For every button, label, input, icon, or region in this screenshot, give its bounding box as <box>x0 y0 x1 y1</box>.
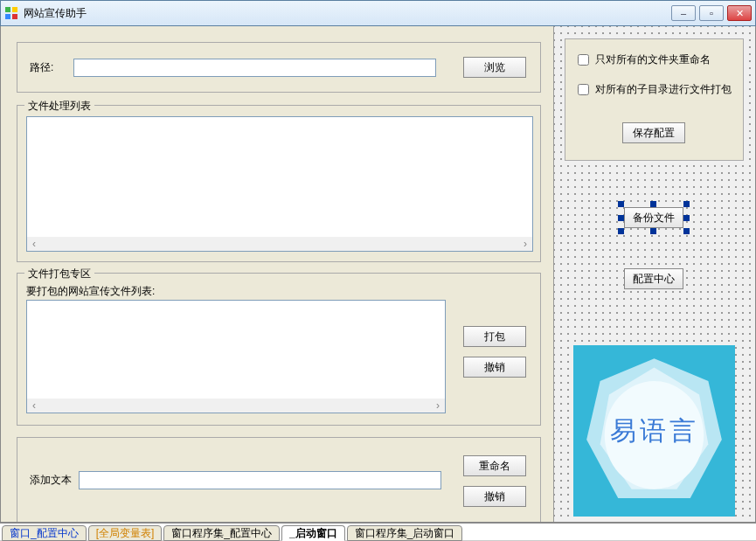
addtext-input[interactable] <box>79 471 441 489</box>
svg-rect-3 <box>12 14 17 19</box>
pack-group: 文件打包专区 要打包的网站宣传文件列表: ‹› 打包 撤销 <box>17 273 541 426</box>
app-window: 网站宣传助手 – ▫ ✕ 路径: 浏览 文件处理列表 ‹› 文件打包专区 <box>0 0 756 541</box>
scroll-left-icon[interactable]: ‹ <box>27 237 41 251</box>
window-title: 网站宣传助手 <box>24 6 671 21</box>
logo-text: 易语言 <box>573 413 735 449</box>
pack-button[interactable]: 打包 <box>463 326 526 347</box>
options-panel: 只对所有的文件夹重命名 对所有的子目录进行文件打包 保存配置 <box>565 38 744 161</box>
app-icon <box>4 6 18 20</box>
side-panel: 只对所有的文件夹重命名 对所有的子目录进行文件打包 保存配置 备份文件 配置中心 <box>553 26 755 522</box>
chk-rename-folders[interactable]: 只对所有的文件夹重命名 <box>574 52 711 68</box>
addtext-group: 添加文本 重命名 撤销 <box>17 437 541 522</box>
selection-handle[interactable] <box>683 201 690 207</box>
form-designer-canvas: 路径: 浏览 文件处理列表 ‹› 文件打包专区 要打包的网站宣传文件列表: ‹›… <box>1 26 553 522</box>
checkbox-icon[interactable] <box>578 84 589 95</box>
selection-handle[interactable] <box>650 228 656 234</box>
chk-rename-folders-label: 只对所有的文件夹重命名 <box>595 52 711 67</box>
svg-rect-1 <box>12 7 17 12</box>
pack-textarea[interactable] <box>26 300 446 413</box>
scroll-right-icon[interactable]: › <box>431 399 445 413</box>
path-label: 路径: <box>30 60 53 75</box>
bottom-tabs: 窗口_配置中心 [全局变量表] 窗口程序集_配置中心 _启动窗口 窗口程序集_启… <box>0 523 756 540</box>
selection-handle[interactable] <box>683 228 690 234</box>
scroll-right-icon[interactable]: › <box>518 237 532 251</box>
file-list-legend: 文件处理列表 <box>24 99 94 114</box>
chk-pack-subdirs-label: 对所有的子目录进行文件打包 <box>595 82 732 97</box>
client-area: 路径: 浏览 文件处理列表 ‹› 文件打包专区 要打包的网站宣传文件列表: ‹›… <box>0 26 756 523</box>
addtext-label: 添加文本 <box>30 473 72 488</box>
selection-handle[interactable] <box>618 228 624 234</box>
maximize-button[interactable]: ▫ <box>699 5 724 21</box>
svg-rect-0 <box>5 7 10 12</box>
tab-procset-config[interactable]: 窗口程序集_配置中心 <box>163 525 280 541</box>
path-group: 路径: 浏览 <box>17 42 541 93</box>
selection-handle[interactable] <box>650 201 656 207</box>
svg-rect-2 <box>5 14 10 19</box>
pack-legend: 文件打包专区 <box>24 267 94 281</box>
file-list-group: 文件处理列表 ‹› <box>17 105 541 262</box>
selection-handle[interactable] <box>618 215 624 221</box>
minimize-button[interactable]: – <box>671 5 696 21</box>
horizontal-scrollbar[interactable]: ‹› <box>27 237 532 251</box>
tab-startup-window[interactable]: _启动窗口 <box>281 525 345 541</box>
tab-window-config[interactable]: 窗口_配置中心 <box>2 525 87 541</box>
addtext-undo-button[interactable]: 撤销 <box>463 486 526 507</box>
browse-button[interactable]: 浏览 <box>463 57 526 78</box>
checkbox-icon[interactable] <box>578 54 589 66</box>
scroll-left-icon[interactable]: ‹ <box>27 399 41 413</box>
file-list-textarea[interactable] <box>26 116 533 252</box>
tab-global-vars[interactable]: [全局变量表] <box>88 525 163 541</box>
selection-handle[interactable] <box>683 215 690 221</box>
selection-handle[interactable] <box>618 201 624 207</box>
save-config-button[interactable]: 保存配置 <box>622 122 685 143</box>
window-controls: – ▫ ✕ <box>671 5 752 21</box>
logo-image: 易语言 <box>573 345 735 517</box>
titlebar[interactable]: 网站宣传助手 – ▫ ✕ <box>0 0 756 26</box>
rename-button[interactable]: 重命名 <box>463 455 526 476</box>
pack-undo-button[interactable]: 撤销 <box>463 357 526 378</box>
config-center-button[interactable]: 配置中心 <box>624 268 683 289</box>
tab-procset-startup[interactable]: 窗口程序集_启动窗口 <box>347 525 463 541</box>
backup-button[interactable]: 备份文件 <box>624 207 683 228</box>
chk-pack-subdirs[interactable]: 对所有的子目录进行文件打包 <box>574 81 732 98</box>
path-input[interactable] <box>73 59 436 77</box>
close-button[interactable]: ✕ <box>727 5 752 21</box>
pack-sublabel: 要打包的网站宣传文件列表: <box>26 284 155 299</box>
horizontal-scrollbar[interactable]: ‹› <box>27 399 445 413</box>
